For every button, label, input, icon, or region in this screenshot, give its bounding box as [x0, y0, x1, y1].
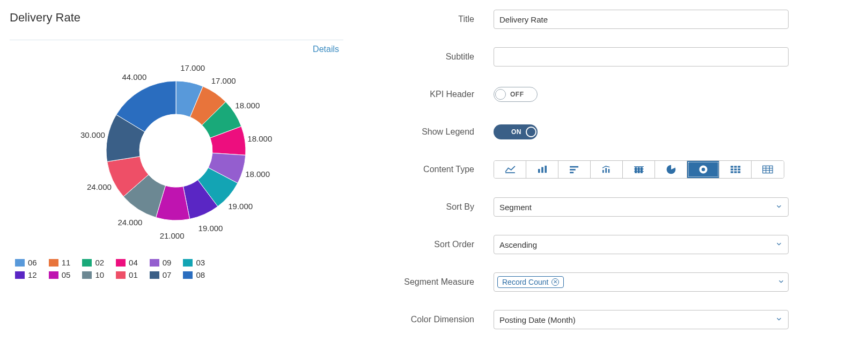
legend-swatch — [15, 271, 25, 279]
legend-item[interactable]: 06 — [15, 258, 37, 267]
card-preview: Delivery Rate Details 17.00017.00018.000… — [0, 0, 354, 345]
legend-item[interactable]: 11 — [49, 258, 71, 267]
svg-rect-9 — [608, 169, 609, 173]
svg-rect-2 — [541, 167, 543, 173]
content-type-label: Content Type — [354, 165, 494, 174]
legend-label: 06 — [28, 258, 37, 267]
slice-label: 21.000 — [160, 231, 185, 240]
svg-rect-25 — [763, 166, 773, 173]
legend-swatch — [82, 271, 92, 279]
svg-rect-8 — [605, 168, 607, 173]
legend-label: 10 — [95, 270, 104, 279]
table-button[interactable] — [752, 161, 784, 178]
legend-item[interactable]: 08 — [183, 270, 205, 279]
slice-label: 19.000 — [228, 201, 253, 210]
slice-label: 17.000 — [180, 63, 205, 72]
legend-label: 08 — [196, 270, 205, 279]
details-link[interactable]: Details — [10, 45, 339, 54]
svg-rect-7 — [602, 170, 604, 173]
donut-chart-icon — [698, 164, 709, 175]
segment-measure-select[interactable]: Record Count ✕ — [494, 272, 789, 292]
legend-swatch — [150, 259, 159, 267]
svg-rect-22 — [730, 171, 733, 173]
svg-rect-5 — [570, 169, 576, 171]
svg-rect-13 — [635, 167, 636, 173]
legend-swatch — [82, 259, 92, 267]
combo-chart-button[interactable] — [591, 161, 623, 178]
legend-swatch — [49, 259, 58, 267]
legend-swatch — [150, 271, 159, 279]
legend-swatch — [183, 271, 193, 279]
stacked-chart-button[interactable] — [623, 161, 655, 178]
slice-label: 18.000 — [245, 169, 270, 178]
slice-label: 44.000 — [122, 72, 146, 82]
svg-rect-20 — [734, 168, 737, 170]
svg-rect-18 — [738, 166, 740, 167]
slice-label: 18.000 — [247, 134, 272, 143]
segment-measure-token[interactable]: Record Count ✕ — [497, 276, 564, 288]
legend-item[interactable]: 03 — [183, 258, 205, 267]
legend-label: 05 — [62, 270, 71, 279]
svg-rect-23 — [734, 171, 737, 173]
pie-chart-icon — [666, 164, 676, 175]
legend-swatch — [183, 259, 193, 267]
legend-item[interactable]: 07 — [150, 270, 172, 279]
slice-label: 17.000 — [211, 76, 236, 85]
line-chart-button[interactable] — [494, 161, 526, 178]
sort-order-select[interactable]: Ascending — [494, 235, 789, 254]
bar-chart-button[interactable] — [526, 161, 558, 178]
heatmap-icon — [730, 165, 741, 174]
pie-chart-button[interactable] — [655, 161, 687, 178]
svg-rect-16 — [730, 166, 733, 167]
sort-by-select[interactable]: Segment — [494, 197, 789, 217]
legend-swatch — [49, 271, 58, 279]
chart-legend: 061102040903120510010708 — [10, 258, 343, 279]
legend-swatch — [15, 259, 25, 267]
chevron-down-icon — [775, 315, 783, 324]
donut-chart-button[interactable] — [687, 161, 719, 178]
legend-swatch — [116, 271, 126, 279]
donut-chart: 17.00017.00018.00018.00018.00019.00019.0… — [10, 60, 289, 253]
combo-chart-icon — [601, 165, 613, 174]
sort-order-label: Sort Order — [354, 240, 494, 249]
kpi-header-toggle[interactable]: OFF — [494, 87, 538, 102]
svg-rect-17 — [734, 166, 737, 167]
slice-label: 19.000 — [198, 224, 223, 233]
legend-label: 04 — [129, 258, 138, 267]
kpi-header-label: KPI Header — [354, 90, 494, 99]
title-label: Title — [354, 14, 494, 24]
svg-rect-19 — [730, 168, 733, 170]
slice-label: 18.000 — [235, 101, 260, 110]
svg-rect-14 — [638, 167, 639, 173]
slice-label: 30.000 — [80, 130, 105, 139]
legend-item[interactable]: 01 — [116, 270, 138, 279]
line-chart-icon — [504, 165, 516, 174]
horizontal-bar-chart-icon — [569, 165, 580, 174]
color-dimension-label: Color Dimension — [354, 315, 494, 324]
legend-item[interactable]: 09 — [150, 258, 172, 267]
heatmap-button[interactable] — [719, 161, 752, 178]
svg-rect-6 — [570, 172, 573, 173]
subtitle-input[interactable] — [494, 47, 789, 66]
card-title: Delivery Rate — [10, 11, 343, 25]
remove-token-icon[interactable]: ✕ — [551, 278, 559, 286]
legend-item[interactable]: 12 — [15, 270, 37, 279]
legend-label: 09 — [163, 258, 172, 267]
segment-measure-label: Segment Measure — [354, 277, 494, 287]
svg-rect-4 — [570, 166, 578, 168]
legend-item[interactable]: 05 — [49, 270, 71, 279]
color-dimension-select[interactable]: Posting Date (Month) — [494, 310, 789, 329]
table-icon — [762, 165, 773, 174]
svg-rect-21 — [738, 168, 740, 170]
svg-rect-1 — [538, 169, 540, 173]
title-input[interactable] — [494, 10, 789, 29]
slice-label: 24.000 — [87, 182, 112, 191]
svg-rect-24 — [738, 171, 740, 173]
legend-item[interactable]: 04 — [116, 258, 138, 267]
legend-swatch — [116, 259, 126, 267]
show-legend-toggle[interactable]: ON — [494, 124, 538, 139]
legend-item[interactable]: 02 — [82, 258, 104, 267]
horizontal-bar-chart-button[interactable] — [558, 161, 591, 178]
legend-item[interactable]: 10 — [82, 270, 104, 279]
legend-label: 11 — [62, 258, 71, 267]
